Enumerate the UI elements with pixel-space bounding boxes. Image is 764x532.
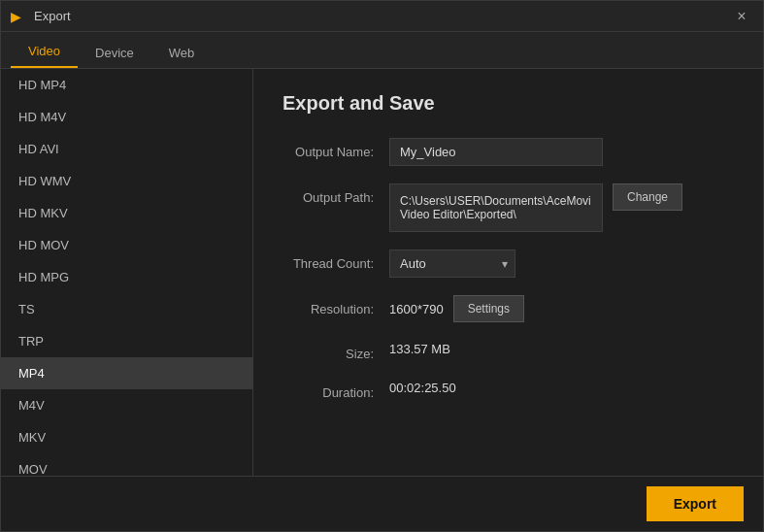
window-title: Export (34, 9, 71, 23)
tab-bar: Video Device Web (1, 32, 763, 69)
output-name-label: Output Name: (282, 138, 389, 159)
thread-count-row: Thread Count: Auto 1 2 4 8 ▾ (282, 249, 734, 278)
duration-label: Duration: (282, 379, 389, 400)
sidebar-item-hd-wmv[interactable]: HD WMV (1, 165, 252, 197)
output-name-input[interactable] (389, 138, 603, 166)
sidebar-item-hd-mp4[interactable]: HD MP4 (1, 69, 252, 101)
sidebar-item-hd-avi[interactable]: HD AVI (1, 133, 252, 165)
output-path-display: C:\Users\USER\Documents\AceMovi Video Ed… (389, 183, 603, 232)
thread-count-label: Thread Count: (282, 249, 389, 271)
size-label: Size: (282, 340, 389, 361)
export-window: ▶ Export × Video Device Web HD MP4 HD M4… (0, 0, 764, 532)
sidebar-item-hd-mpg[interactable]: HD MPG (1, 261, 252, 293)
sidebar-item-ts[interactable]: TS (1, 293, 252, 325)
thread-count-select[interactable]: Auto 1 2 4 8 (389, 249, 515, 278)
size-value: 133.57 MB (389, 335, 450, 356)
duration-row: Duration: 00:02:25.50 (282, 379, 734, 400)
resolution-value-row: 1600*790 Settings (389, 295, 734, 322)
title-bar: ▶ Export × (1, 1, 763, 32)
app-icon: ▶ (11, 9, 26, 24)
output-name-control (389, 138, 734, 166)
content-area: HD MP4 HD M4V HD AVI HD WMV HD MKV HD MO… (1, 69, 763, 476)
resolution-control: 1600*790 Settings (389, 295, 734, 322)
sidebar-item-mov[interactable]: MOV (1, 453, 252, 476)
thread-count-control: Auto 1 2 4 8 ▾ (389, 249, 734, 278)
size-row: Size: 133.57 MB (282, 340, 734, 361)
duration-value: 00:02:25.50 (389, 374, 456, 395)
tab-device[interactable]: Device (78, 38, 151, 68)
main-panel: Export and Save Output Name: Output Path… (253, 69, 763, 476)
sidebar-item-hd-mkv[interactable]: HD MKV (1, 197, 252, 229)
path-change-row: C:\Users\USER\Documents\AceMovi Video Ed… (389, 183, 734, 232)
output-path-control: C:\Users\USER\Documents\AceMovi Video Ed… (389, 183, 734, 232)
size-control: 133.57 MB (389, 340, 734, 357)
export-button[interactable]: Export (647, 486, 744, 521)
sidebar: HD MP4 HD M4V HD AVI HD WMV HD MKV HD MO… (1, 69, 253, 476)
sidebar-item-trp[interactable]: TRP (1, 325, 252, 357)
thread-count-select-wrapper: Auto 1 2 4 8 ▾ (389, 249, 515, 278)
close-button[interactable]: × (730, 5, 753, 28)
output-path-label: Output Path: (282, 183, 389, 205)
resolution-row: Resolution: 1600*790 Settings (282, 295, 734, 322)
settings-button[interactable]: Settings (453, 295, 524, 322)
page-heading: Export and Save (282, 92, 734, 115)
tab-web[interactable]: Web (151, 38, 213, 68)
footer: Export (1, 476, 763, 531)
output-name-row: Output Name: (282, 138, 734, 166)
sidebar-item-mkv[interactable]: MKV (1, 421, 252, 453)
sidebar-item-hd-mov[interactable]: HD MOV (1, 229, 252, 261)
change-path-button[interactable]: Change (613, 183, 682, 211)
sidebar-item-m4v[interactable]: M4V (1, 389, 252, 421)
resolution-value: 1600*790 (389, 302, 444, 316)
sidebar-item-hd-m4v[interactable]: HD M4V (1, 101, 252, 133)
resolution-label: Resolution: (282, 295, 389, 316)
output-path-row: Output Path: C:\Users\USER\Documents\Ace… (282, 183, 734, 232)
duration-control: 00:02:25.50 (389, 379, 734, 396)
title-bar-left: ▶ Export (11, 9, 71, 24)
tab-video[interactable]: Video (11, 36, 78, 68)
sidebar-item-mp4[interactable]: MP4 (1, 357, 252, 389)
